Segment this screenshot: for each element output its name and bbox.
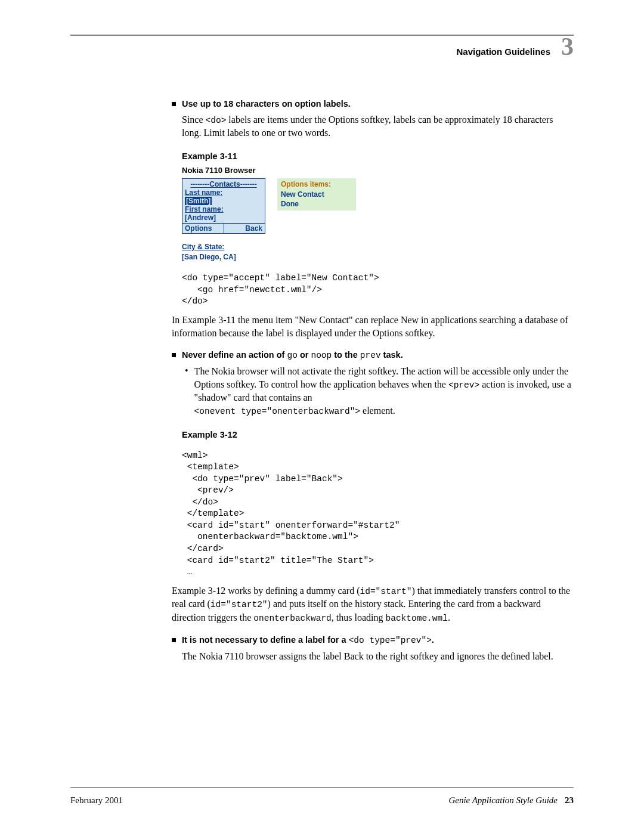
text: Never define an action of <box>182 350 287 360</box>
example-label: Example 3-11 <box>182 151 574 161</box>
code-inline: prev <box>360 351 381 360</box>
phone-line-andrew: [Andrew] <box>185 213 262 222</box>
extra-city-state: City & State: <box>182 242 574 252</box>
text: or <box>298 350 311 360</box>
example311-followup: In Example 3-11 the menu item "New Conta… <box>172 314 574 339</box>
phone-line-lastname: Last name: <box>185 188 262 197</box>
code-inline: id="start" <box>360 587 411 596</box>
code-inline: <do> <box>206 116 227 125</box>
options-item: Done <box>281 199 352 209</box>
bullet-square-icon <box>172 102 176 106</box>
text: element. <box>360 405 395 416</box>
options-popup: Options items: New Contact Done <box>277 178 356 210</box>
text: labels are items under the Options softk… <box>182 114 553 138</box>
footer-right: Genie Application Style Guide23 <box>448 795 574 806</box>
bullet-heading: It is not necessary to define a label fo… <box>182 635 434 645</box>
options-header: Options items: <box>281 179 352 190</box>
softkey-options: Options <box>182 224 224 233</box>
text: task. <box>381 350 403 360</box>
bullet-option-labels: Use up to 18 characters on option labels… <box>172 99 574 109</box>
footer-title: Genie Application Style Guide <box>448 795 558 805</box>
bullet-not-necessary: It is not necessary to define a label fo… <box>172 635 574 645</box>
bullet-never-define: Never define an action of go or noop to … <box>172 350 574 360</box>
code-inline: <prev> <box>448 380 479 390</box>
code-inline: onenterbackward <box>253 614 332 623</box>
footer: February 2001 Genie Application Style Gu… <box>70 795 574 806</box>
text: Since <box>182 114 206 125</box>
sub-bullet: • The Nokia browser will not activate th… <box>185 365 574 417</box>
code-inline: backtome.wml <box>386 614 448 623</box>
header-title: Navigation Guidelines <box>456 47 550 57</box>
text: . <box>432 635 434 645</box>
chapter-number: 3 <box>561 37 574 57</box>
phone-screen: --------Contacts------- Last name: [Smit… <box>182 178 265 234</box>
content: Use up to 18 characters on option labels… <box>172 99 574 663</box>
code-inline: id="start2" <box>210 600 268 609</box>
code-inline: <onevent type="onenterbackward"> <box>194 407 360 416</box>
text: It is not necessary to define a label fo… <box>182 635 349 645</box>
code-inline: noop <box>311 351 332 360</box>
text: to the <box>332 350 360 360</box>
example312-followup: Example 3-12 works by defining a dummy c… <box>172 584 574 625</box>
bullet3-para: The Nokia 7110 browser assigns the label… <box>182 650 574 663</box>
page: Navigation Guidelines 3 Use up to 18 cha… <box>0 0 644 833</box>
phone-extra-lines: City & State: [San Diego, CA] <box>182 242 574 262</box>
text: Example 3-12 works by defining a dummy c… <box>172 586 360 596</box>
phone-title: --------Contacts------- <box>185 180 262 188</box>
text: , thus loading <box>332 612 386 623</box>
code-block-312: <wml> <template> <do type="prev" label="… <box>182 450 574 578</box>
softkey-back: Back <box>224 224 265 233</box>
phone-softkeys: Options Back <box>182 223 265 233</box>
bullet-square-icon <box>172 638 176 642</box>
bullet-heading: Use up to 18 characters on option labels… <box>182 99 351 109</box>
bullet-square-icon <box>172 353 176 357</box>
phone-mockup-row: --------Contacts------- Last name: [Smit… <box>182 178 574 234</box>
page-number: 23 <box>565 795 574 805</box>
footer-date: February 2001 <box>70 795 123 806</box>
bullet1-para: Since <do> labels are items under the Op… <box>182 113 574 140</box>
code-inline: <do type="prev"> <box>349 636 432 645</box>
options-item: New Contact <box>281 190 352 200</box>
code-inline: go <box>287 351 297 360</box>
bullet-heading: Never define an action of go or noop to … <box>182 350 403 360</box>
bottom-rule <box>70 787 574 788</box>
code-block-311: <do type="accept" label="New Contact"> <… <box>182 272 574 308</box>
header: Navigation Guidelines 3 <box>70 41 574 57</box>
phone-line-firstname: First name: <box>185 205 262 213</box>
browser-label: Nokia 7110 Browser <box>182 166 574 175</box>
phone-selected: [Smith] <box>185 197 212 205</box>
example-label: Example 3-12 <box>182 430 574 439</box>
bullet-dot-icon: • <box>185 366 188 376</box>
sub-bullet-text: The Nokia browser will not activate the … <box>194 365 574 417</box>
text: . <box>448 612 450 623</box>
extra-san-diego: [San Diego, CA] <box>182 252 574 262</box>
top-rule <box>70 35 574 36</box>
